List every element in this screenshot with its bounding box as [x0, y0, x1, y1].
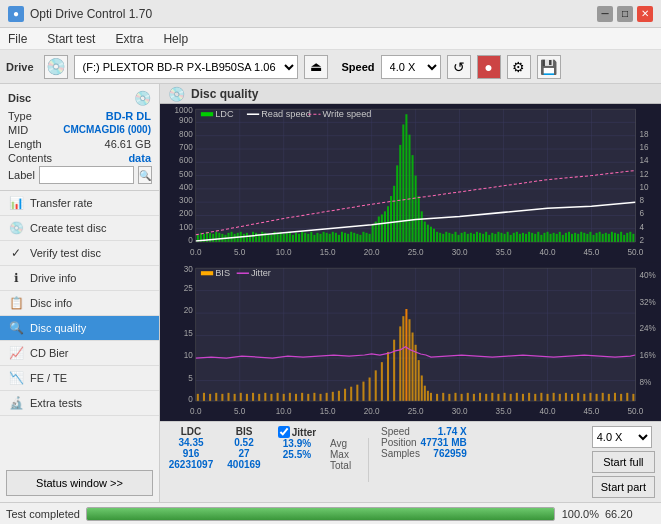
svg-rect-266 — [344, 388, 346, 400]
nav-verify-test-disc[interactable]: ✓ Verify test disc — [0, 241, 159, 266]
svg-rect-262 — [320, 393, 322, 400]
speed-select-stats[interactable]: 4.0 X 2.0 X 8.0 X — [592, 426, 652, 448]
svg-rect-308 — [571, 393, 573, 400]
svg-rect-56 — [209, 233, 211, 242]
save-button[interactable]: 💾 — [537, 55, 561, 79]
svg-rect-136 — [454, 232, 456, 242]
svg-rect-288 — [448, 393, 450, 400]
menu-file[interactable]: File — [4, 30, 31, 48]
speed-stat-value: 1.74 X — [438, 426, 467, 437]
menu-help[interactable]: Help — [159, 30, 192, 48]
position-value: 47731 MB — [421, 437, 467, 448]
nav-drive-info[interactable]: ℹ Drive info — [0, 266, 159, 291]
svg-rect-58 — [215, 232, 217, 242]
svg-rect-165 — [543, 233, 545, 242]
svg-text:45.0: 45.0 — [584, 407, 600, 416]
svg-text:30.0: 30.0 — [452, 407, 468, 416]
svg-rect-248 — [234, 393, 236, 400]
svg-rect-314 — [608, 393, 610, 400]
bis-col-header: BIS — [236, 426, 253, 437]
svg-text:15.0: 15.0 — [320, 407, 336, 416]
eject-button[interactable]: ⏏ — [304, 55, 328, 79]
svg-rect-115 — [390, 196, 392, 242]
svg-rect-310 — [583, 393, 585, 400]
svg-rect-247 — [227, 392, 229, 400]
right-panel: 💿 Disc quality — [160, 84, 661, 502]
nav-create-test-disc[interactable]: 💿 Create test disc — [0, 216, 159, 241]
nav-fe-te[interactable]: 📉 FE / TE — [0, 366, 159, 391]
svg-rect-96 — [332, 232, 334, 242]
nav-disc-info[interactable]: 📋 Disc info — [0, 291, 159, 316]
svg-rect-70 — [252, 232, 254, 242]
maximize-button[interactable]: □ — [617, 6, 633, 22]
nav-transfer-rate[interactable]: 📊 Transfer rate — [0, 191, 159, 216]
nav-extra-tests[interactable]: 🔬 Extra tests — [0, 391, 159, 416]
svg-rect-257 — [289, 392, 291, 400]
drive-icon-btn[interactable]: 💿 — [44, 55, 68, 79]
mid-label: MID — [8, 124, 28, 136]
mid-value: CMCMAGDI6 (000) — [63, 124, 151, 136]
svg-text:8: 8 — [640, 196, 645, 205]
main-content: Disc 💿 Type BD-R DL MID CMCMAGDI6 (000) … — [0, 84, 661, 502]
settings-button[interactable]: ⚙ — [507, 55, 531, 79]
burn-button[interactable]: ● — [477, 55, 501, 79]
svg-rect-275 — [399, 326, 401, 401]
menu-start-test[interactable]: Start test — [43, 30, 99, 48]
svg-rect-150 — [497, 232, 499, 242]
label-input[interactable] — [39, 166, 134, 184]
svg-text:200: 200 — [179, 210, 193, 219]
disc-section-title: Disc — [8, 92, 31, 104]
svg-rect-127 — [427, 225, 429, 242]
close-button[interactable]: ✕ — [637, 6, 653, 22]
svg-text:0.0: 0.0 — [190, 248, 202, 257]
svg-text:5.0: 5.0 — [234, 248, 246, 257]
svg-text:18: 18 — [640, 130, 650, 139]
label-button[interactable]: 🔍 — [138, 166, 152, 184]
svg-rect-164 — [540, 235, 542, 242]
svg-rect-196 — [201, 112, 213, 116]
nav-disc-quality[interactable]: 🔍 Disc quality — [0, 316, 159, 341]
svg-text:10: 10 — [184, 351, 194, 360]
svg-rect-276 — [402, 316, 404, 401]
drive-select[interactable]: (F:) PLEXTOR BD-R PX-LB950SA 1.06 — [74, 55, 298, 79]
svg-rect-87 — [304, 233, 306, 242]
menu-extra[interactable]: Extra — [111, 30, 147, 48]
svg-text:LDC: LDC — [215, 109, 234, 119]
svg-rect-94 — [326, 233, 328, 242]
svg-text:Jitter: Jitter — [251, 268, 271, 278]
nav-cd-bier[interactable]: 📈 CD Bier — [0, 341, 159, 366]
svg-rect-156 — [516, 232, 518, 242]
progress-percent: 100.0% — [561, 508, 599, 520]
disc-quality-header-icon: 💿 — [168, 86, 185, 102]
svg-rect-279 — [412, 332, 414, 400]
start-part-button[interactable]: Start part — [592, 476, 655, 498]
speed-select-toolbar[interactable]: 4.0 X 2.0 X 8.0 X — [381, 55, 441, 79]
transfer-rate-icon: 📊 — [8, 196, 24, 210]
svg-text:12: 12 — [640, 170, 650, 179]
svg-rect-154 — [510, 235, 512, 242]
jitter-checkbox[interactable] — [278, 426, 290, 438]
status-window-button[interactable]: Status window >> — [6, 470, 153, 496]
svg-rect-118 — [399, 145, 401, 242]
refresh-button[interactable]: ↺ — [447, 55, 471, 79]
svg-rect-111 — [378, 217, 380, 243]
svg-rect-105 — [359, 235, 361, 242]
nav-verify-label: Verify test disc — [30, 247, 101, 259]
svg-rect-140 — [467, 234, 469, 242]
svg-rect-186 — [608, 234, 610, 242]
svg-rect-168 — [553, 233, 555, 242]
svg-rect-132 — [442, 234, 444, 242]
ldc-avg: 34.35 — [178, 437, 203, 448]
svg-rect-290 — [461, 393, 463, 400]
minimize-button[interactable]: ─ — [597, 6, 613, 22]
svg-rect-92 — [320, 234, 322, 242]
length-value: 46.61 GB — [105, 138, 151, 150]
start-full-button[interactable]: Start full — [592, 451, 655, 473]
svg-rect-250 — [246, 393, 248, 400]
svg-rect-256 — [283, 393, 285, 400]
svg-rect-149 — [494, 234, 496, 242]
svg-rect-183 — [599, 232, 601, 242]
ldc-total: 26231097 — [169, 459, 214, 470]
svg-rect-303 — [540, 392, 542, 400]
disc-quality-header: 💿 Disc quality — [160, 84, 661, 104]
